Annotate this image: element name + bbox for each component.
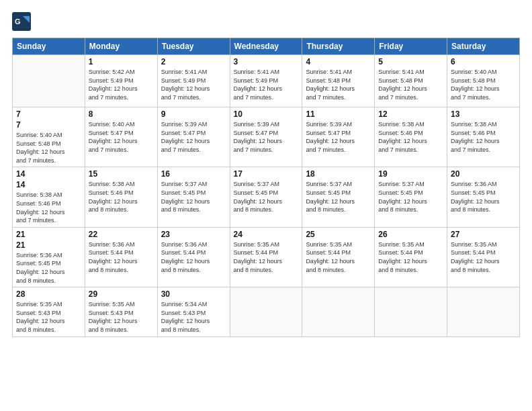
calendar-cell: 12Sunrise: 5:38 AM Sunset: 5:46 PM Dayli… [375,107,447,167]
day-number: 17 [234,169,299,179]
week-row-1: 1Sunrise: 5:42 AM Sunset: 5:49 PM Daylig… [13,55,520,107]
day-number: 19 [378,169,443,179]
page: G SundayMondayTuesdayWednesdayThursdayFr… [0,0,532,411]
day-info: Sunrise: 5:40 AM Sunset: 5:48 PM Dayligh… [16,131,81,165]
week-row-2: 77Sunrise: 5:40 AM Sunset: 5:48 PM Dayli… [13,107,520,167]
calendar-cell: 5Sunrise: 5:41 AM Sunset: 5:48 PM Daylig… [375,55,447,107]
day-number: 5 [378,57,443,66]
calendar-cell: 77Sunrise: 5:40 AM Sunset: 5:48 PM Dayli… [13,107,85,167]
day-number: 22 [89,230,154,239]
weekday-header-row: SundayMondayTuesdayWednesdayThursdayFrid… [13,38,520,55]
calendar-cell: 23Sunrise: 5:36 AM Sunset: 5:44 PM Dayli… [157,227,230,287]
day-number: 28 [16,289,81,299]
calendar-cell: 11Sunrise: 5:39 AM Sunset: 5:47 PM Dayli… [302,107,375,167]
calendar-cell: 20Sunrise: 5:36 AM Sunset: 5:45 PM Dayli… [447,167,520,227]
weekday-header-monday: Monday [85,38,157,55]
day-number: 14 [16,180,81,189]
calendar-cell: 9Sunrise: 5:39 AM Sunset: 5:47 PM Daylig… [157,107,230,167]
day-info: Sunrise: 5:37 AM Sunset: 5:45 PM Dayligh… [306,180,371,214]
calendar-cell: 24Sunrise: 5:35 AM Sunset: 5:44 PM Dayli… [230,227,302,287]
header: G [12,12,520,31]
day-info: Sunrise: 5:37 AM Sunset: 5:45 PM Dayligh… [234,180,299,214]
calendar-cell: 22Sunrise: 5:36 AM Sunset: 5:44 PM Dayli… [85,227,157,287]
calendar-cell: 16Sunrise: 5:37 AM Sunset: 5:45 PM Dayli… [157,167,230,227]
calendar-cell: 2121Sunrise: 5:36 AM Sunset: 5:45 PM Day… [13,227,85,287]
weekday-header-friday: Friday [375,38,447,55]
calendar-cell: 1Sunrise: 5:42 AM Sunset: 5:49 PM Daylig… [85,55,157,107]
calendar-body: 1Sunrise: 5:42 AM Sunset: 5:49 PM Daylig… [13,55,520,337]
day-number: 2 [161,57,226,66]
day-number: 18 [306,169,371,179]
calendar-cell: 29Sunrise: 5:35 AM Sunset: 5:43 PM Dayli… [85,287,157,336]
calendar-cell [447,287,520,336]
calendar-cell: 3Sunrise: 5:41 AM Sunset: 5:49 PM Daylig… [230,55,302,107]
calendar-cell: 30Sunrise: 5:34 AM Sunset: 5:43 PM Dayli… [157,287,230,336]
svg-text:G: G [15,17,21,26]
day-info: Sunrise: 5:37 AM Sunset: 5:45 PM Dayligh… [378,180,443,214]
calendar-cell: 18Sunrise: 5:37 AM Sunset: 5:45 PM Dayli… [302,167,375,227]
day-info: Sunrise: 5:36 AM Sunset: 5:44 PM Dayligh… [89,240,154,274]
calendar-cell: 1414Sunrise: 5:38 AM Sunset: 5:46 PM Day… [13,167,85,227]
day-info: Sunrise: 5:35 AM Sunset: 5:44 PM Dayligh… [378,240,443,274]
day-info: Sunrise: 5:38 AM Sunset: 5:46 PM Dayligh… [378,120,443,154]
week-row-4: 2121Sunrise: 5:36 AM Sunset: 5:45 PM Day… [13,227,520,287]
day-number: 11 [306,109,371,119]
day-info: Sunrise: 5:38 AM Sunset: 5:46 PM Dayligh… [16,191,81,224]
calendar-cell [375,287,447,336]
calendar-cell: 15Sunrise: 5:38 AM Sunset: 5:46 PM Dayli… [85,167,157,227]
day-number: 24 [234,230,299,239]
calendar-cell: 26Sunrise: 5:35 AM Sunset: 5:44 PM Dayli… [375,227,447,287]
calendar-cell [230,287,302,336]
logo: G [12,12,34,31]
day-number: 23 [161,230,226,239]
day-info: Sunrise: 5:36 AM Sunset: 5:44 PM Dayligh… [161,240,226,274]
weekday-header-wednesday: Wednesday [230,38,302,55]
day-info: Sunrise: 5:39 AM Sunset: 5:47 PM Dayligh… [306,120,371,154]
day-info: Sunrise: 5:41 AM Sunset: 5:49 PM Dayligh… [234,68,299,101]
day-info: Sunrise: 5:41 AM Sunset: 5:48 PM Dayligh… [378,68,443,101]
calendar-cell: 28Sunrise: 5:35 AM Sunset: 5:43 PM Dayli… [13,287,85,336]
day-number: 8 [89,109,154,119]
day-info: Sunrise: 5:36 AM Sunset: 5:45 PM Dayligh… [451,180,516,214]
day-info: Sunrise: 5:38 AM Sunset: 5:46 PM Dayligh… [89,180,154,214]
day-info: Sunrise: 5:35 AM Sunset: 5:44 PM Dayligh… [306,240,371,274]
calendar-cell: 8Sunrise: 5:40 AM Sunset: 5:47 PM Daylig… [85,107,157,167]
week-row-5: 28Sunrise: 5:35 AM Sunset: 5:43 PM Dayli… [13,287,520,336]
day-info: Sunrise: 5:41 AM Sunset: 5:49 PM Dayligh… [161,68,226,101]
day-info: Sunrise: 5:34 AM Sunset: 5:43 PM Dayligh… [161,300,226,334]
weekday-header-saturday: Saturday [447,38,520,55]
day-info: Sunrise: 5:35 AM Sunset: 5:43 PM Dayligh… [89,300,154,334]
day-number: 9 [161,109,226,119]
day-number: 4 [306,57,371,66]
day-number: 27 [451,230,516,239]
day-number: 7 [16,120,81,130]
day-info: Sunrise: 5:35 AM Sunset: 5:43 PM Dayligh… [16,300,81,334]
day-number: 25 [306,230,371,239]
calendar-cell: 27Sunrise: 5:35 AM Sunset: 5:44 PM Dayli… [447,227,520,287]
day-number: 12 [378,109,443,119]
day-number: 21 [16,240,81,250]
day-info: Sunrise: 5:35 AM Sunset: 5:44 PM Dayligh… [451,240,516,274]
day-number: 21 [16,230,81,239]
day-number: 13 [451,109,516,119]
calendar-cell: 4Sunrise: 5:41 AM Sunset: 5:48 PM Daylig… [302,55,375,107]
day-number: 20 [451,169,516,179]
day-number: 1 [89,57,154,66]
weekday-header-sunday: Sunday [13,38,85,55]
calendar-cell: 6Sunrise: 5:40 AM Sunset: 5:48 PM Daylig… [447,55,520,107]
day-number: 16 [161,169,226,179]
day-info: Sunrise: 5:40 AM Sunset: 5:48 PM Dayligh… [451,68,516,101]
calendar-cell [13,55,85,107]
calendar-cell: 17Sunrise: 5:37 AM Sunset: 5:45 PM Dayli… [230,167,302,227]
calendar-cell: 2Sunrise: 5:41 AM Sunset: 5:49 PM Daylig… [157,55,230,107]
day-info: Sunrise: 5:36 AM Sunset: 5:45 PM Dayligh… [16,251,81,285]
logo-icon: G [12,12,31,31]
day-number: 6 [451,57,516,66]
weekday-header-thursday: Thursday [302,38,375,55]
weekday-header-tuesday: Tuesday [157,38,230,55]
day-info: Sunrise: 5:39 AM Sunset: 5:47 PM Dayligh… [234,120,299,154]
day-info: Sunrise: 5:41 AM Sunset: 5:48 PM Dayligh… [306,68,371,101]
calendar-cell: 13Sunrise: 5:38 AM Sunset: 5:46 PM Dayli… [447,107,520,167]
day-number: 14 [16,169,81,179]
day-number: 3 [234,57,299,66]
